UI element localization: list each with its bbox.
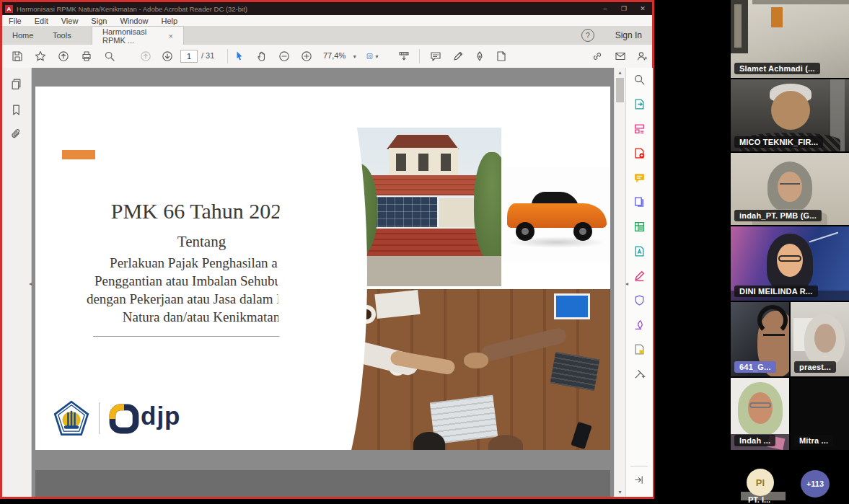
kemenkeu-logo: [53, 400, 89, 436]
zoom-in-icon[interactable]: [300, 50, 313, 63]
document-area[interactable]: PMK 66 Tahun 2023 Tentang Perlakuan Paja…: [32, 68, 614, 497]
search-icon[interactable]: [103, 50, 116, 63]
scan-ocr-icon[interactable]: [633, 245, 646, 257]
page-number-input[interactable]: 1: [180, 50, 198, 63]
logo-divider: [99, 402, 100, 434]
djp-logo-mark: [109, 404, 139, 434]
protect-shield-icon[interactable]: [633, 294, 646, 306]
menu-file[interactable]: File: [2, 17, 28, 25]
next-page-icon[interactable]: [161, 50, 174, 63]
participant-name: 641_G...: [734, 361, 776, 373]
hand-tool-icon[interactable]: [255, 50, 268, 63]
restore-button[interactable]: ❐: [615, 2, 633, 15]
select-tool-icon[interactable]: [233, 50, 246, 63]
title-bar: A Harmonisasi RPMK Natura/Kenikmatan - A…: [2, 2, 652, 15]
menu-sign[interactable]: Sign: [84, 17, 113, 25]
participant-name: MICO TEKNIK_FIR...: [734, 136, 823, 148]
link-icon[interactable]: [591, 50, 604, 63]
fill-sign-pen-icon[interactable]: [473, 50, 486, 63]
participant-tile[interactable]: MICO TEKNIK_FIR...: [731, 79, 849, 151]
participant-tile-camera-off[interactable]: Mitra ...: [791, 378, 849, 450]
participant-tile[interactable]: indah_PT. PMB (G...: [731, 153, 849, 225]
meeting-participants-sidebar: Slamet Achmadi (... MICO TEKNIK_FIR... i…: [731, 0, 849, 504]
zoom-out-icon[interactable]: [278, 50, 291, 63]
page-fit-icon[interactable]: ▼: [366, 50, 379, 63]
comment-icon[interactable]: [429, 50, 442, 63]
mail-icon[interactable]: [614, 50, 627, 63]
scroll-down-icon[interactable]: ▾: [615, 489, 625, 495]
left-panel-strip: ◂: [2, 68, 32, 497]
tab-tools[interactable]: Tools: [43, 26, 82, 45]
participant-tile[interactable]: praest...: [791, 302, 849, 376]
menu-view[interactable]: View: [55, 17, 85, 25]
participant-tile[interactable]: 641_G...: [731, 302, 789, 376]
star-favorites-icon[interactable]: [34, 50, 47, 63]
pdf-page: PMK 66 Tahun 2023 Tentang Perlakuan Paja…: [35, 87, 610, 450]
organize-pages-icon[interactable]: [633, 221, 646, 233]
share-upload-icon[interactable]: [57, 50, 70, 63]
participant-name: DINI MEILINDA R...: [734, 286, 818, 297]
scroll-up-icon[interactable]: ▴: [615, 69, 625, 76]
acrobat-app-icon: A: [5, 5, 13, 13]
participant-tile[interactable]: Indah ...: [731, 378, 789, 450]
close-button[interactable]: ✕: [633, 2, 652, 15]
participant-tile[interactable]: DINI MEILINDA R...: [731, 226, 849, 301]
next-pdf-page-edge: [35, 470, 610, 497]
menu-window[interactable]: Window: [113, 17, 154, 25]
sports-car-photo: [503, 167, 610, 262]
meeting-desk-photo: [347, 289, 610, 450]
menu-edit[interactable]: Edit: [28, 17, 55, 25]
export-pdf-icon[interactable]: [633, 98, 646, 110]
add-tools-icon[interactable]: [633, 368, 646, 380]
expand-tools-panel-icon[interactable]: ◂: [625, 280, 628, 287]
save-icon[interactable]: [11, 50, 24, 63]
help-icon[interactable]: ?: [581, 29, 594, 42]
edit-pdf-icon[interactable]: [633, 123, 646, 135]
main-toolbar: 1 / 31 77,4% ▼ ▼: [2, 45, 652, 68]
previous-page-icon[interactable]: [139, 50, 152, 63]
chevron-down-icon: ▼: [374, 54, 379, 59]
collapse-panel-bottom-icon[interactable]: [633, 474, 644, 485]
slide-accent-bar: [62, 150, 95, 159]
participant-name: Indah ...: [734, 435, 775, 446]
send-for-comments-icon[interactable]: [633, 343, 646, 355]
vertical-scrollbar[interactable]: ▴ ▾: [614, 68, 626, 497]
participant-avatar[interactable]: PI: [747, 469, 774, 496]
participant-tile[interactable]: Slamet Achmadi (...: [731, 0, 849, 78]
page-thumbnails-icon[interactable]: [10, 78, 23, 91]
tab-home[interactable]: Home: [2, 26, 43, 45]
stamp-icon[interactable]: [495, 50, 508, 63]
avatar-initials: PI: [756, 477, 765, 488]
combine-files-icon[interactable]: [633, 196, 646, 208]
bookmarks-icon[interactable]: [10, 104, 23, 117]
scrolling-mode-icon[interactable]: [397, 50, 410, 63]
scrollbar-thumb[interactable]: [616, 78, 624, 102]
slide-curve-mask: [278, 87, 367, 450]
window-title: Harmonisasi RPMK Natura/Kenikmatan - Ado…: [17, 5, 247, 13]
add-person-icon[interactable]: [635, 50, 648, 63]
zoom-level-dropdown[interactable]: 77,4% ▼: [323, 51, 357, 60]
comment-tool-icon[interactable]: [633, 172, 646, 184]
fill-sign-tool-icon[interactable]: [633, 270, 646, 282]
tab-bar: Home Tools Harmonisasi RPMK ... × ? Sign…: [2, 26, 652, 45]
menu-help[interactable]: Help: [155, 17, 185, 25]
tab-document-label: Harmonisasi RPMK ...: [102, 27, 163, 45]
attachments-paperclip-icon[interactable]: [10, 128, 23, 141]
tab-document[interactable]: Harmonisasi RPMK ... ×: [92, 26, 184, 45]
participant-name: Slamet Achmadi (...: [734, 63, 820, 74]
pencil-markup-icon[interactable]: [452, 50, 465, 63]
house-photo: [347, 128, 501, 286]
participant-name: Mitra ...: [794, 435, 833, 446]
print-icon[interactable]: [80, 50, 93, 63]
acrobat-window: A Harmonisasi RPMK Natura/Kenikmatan - A…: [0, 0, 654, 499]
more-participants-badge[interactable]: +113: [801, 470, 830, 498]
chevron-down-icon: ▼: [352, 54, 357, 59]
create-pdf-icon[interactable]: [633, 147, 646, 159]
minimize-button[interactable]: –: [596, 2, 615, 15]
sign-in-button[interactable]: Sign In: [615, 30, 642, 40]
search-tool-icon[interactable]: [633, 74, 646, 86]
tab-close-icon[interactable]: ×: [169, 32, 173, 40]
certificates-icon[interactable]: [633, 319, 646, 331]
djp-logo-text: djp: [141, 402, 180, 430]
participant-name: indah_PT. PMB (G...: [734, 210, 822, 221]
